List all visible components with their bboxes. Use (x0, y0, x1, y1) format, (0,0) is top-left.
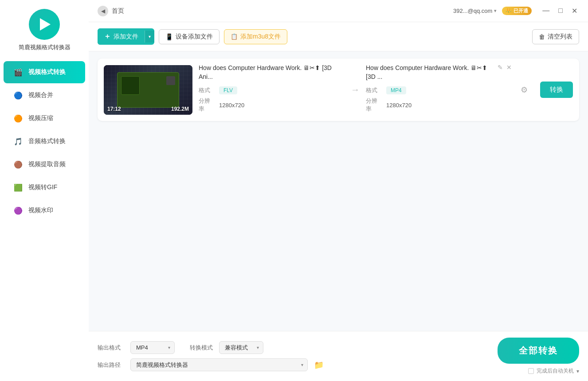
maximize-button[interactable]: □ (557, 6, 564, 16)
video-compress-icon: 🟠 (12, 113, 24, 124)
device-icon: 📱 (165, 33, 173, 40)
user-info: 392...@qq.com ▾ (453, 8, 497, 14)
sidebar-item-label-video-merge: 视频合并 (28, 91, 53, 99)
bottombar-flex: 输出格式 MP4 FLV AVI MOV MKV ▾ 转换模式 (98, 338, 579, 375)
browse-folder-button[interactable]: 📁 (314, 360, 324, 370)
user-email: 392...@qq.com (453, 8, 492, 14)
titlebar-right: 392...@qq.com ▾ 👑 已开通 — □ ✕ (453, 6, 579, 16)
vip-badge[interactable]: 👑 已开通 (502, 7, 532, 15)
res-label: 分辨率 (199, 97, 215, 113)
m3u8-add-button[interactable]: 📋 添加m3u8文件 (224, 29, 287, 44)
sidebar-item-audio-convert[interactable]: 🎵 音频格式转换 (4, 130, 85, 152)
file-target-info: How does Computer Hardware Work. 🖥✂⬆ [3D… (366, 64, 512, 116)
thumb-duration: 17:12 (107, 106, 121, 112)
source-format-badge: FLV (219, 86, 237, 94)
source-resolution: 1280x720 (219, 102, 244, 109)
dropdown-arrow-icon[interactable]: ▾ (494, 8, 497, 14)
device-add-label: 设备添加文件 (176, 33, 213, 41)
convert-mode-select-wrap: 兼容模式 极速模式 ▾ (219, 341, 263, 354)
source-res-row: 分辨率 1280x720 (199, 97, 345, 113)
sidebar-item-video-merge[interactable]: 🔵 视频合并 (4, 84, 85, 106)
sidebar-item-label-video-gif: 视频转GIF (28, 183, 57, 191)
chevron-down-icon: ▾ (149, 34, 151, 39)
target-title: How does Computer Hardware Work. 🖥✂⬆ [3D… (366, 64, 494, 81)
plus-icon: ＋ (104, 32, 111, 41)
m3u8-icon: 📋 (231, 33, 238, 40)
window-controls: — □ ✕ (541, 6, 579, 16)
clear-list-button[interactable]: 🗑 清空列表 (532, 29, 579, 44)
output-format-select-wrap: MP4 FLV AVI MOV MKV ▾ (130, 341, 175, 354)
titlebar-left: ◀ 首页 (98, 6, 124, 16)
add-file-dropdown-arrow[interactable]: ▾ (145, 31, 154, 43)
source-title: How does Computer Hardware Work. 🖥✂⬆ [3D… (199, 64, 345, 81)
play-icon (40, 18, 51, 31)
clear-icon: 🗑 (539, 33, 545, 40)
m3u8-add-label: 添加m3u8文件 (240, 33, 281, 41)
bottombar-right: 全部转换 完成后自动关机 ▾ (498, 338, 579, 375)
target-res-row: 分辨率 1280x720 (366, 97, 512, 113)
remove-file-icon[interactable]: ✕ (506, 64, 512, 71)
auto-shutdown-dropdown-icon[interactable]: ▾ (576, 368, 579, 374)
table-row: 17:12 192.2M How does Computer Hardware … (98, 58, 579, 121)
sidebar-item-label-extract-audio: 视频提取音频 (28, 160, 66, 168)
output-path-input[interactable] (130, 358, 308, 371)
close-button[interactable]: ✕ (570, 6, 579, 16)
video-convert-icon: 🎬 (12, 66, 24, 78)
device-add-button[interactable]: 📱 设备添加文件 (159, 29, 220, 44)
file-list: 17:12 192.2M How does Computer Hardware … (89, 51, 588, 331)
sidebar: 简鹿视频格式转换器 🎬 视频格式转换 🔵 视频合并 🟠 视频压缩 🎵 音频格式转… (0, 0, 89, 381)
sidebar-item-label-video-watermark: 视频水印 (28, 206, 53, 214)
thumb-size: 192.2M (171, 106, 189, 112)
add-file-main[interactable]: ＋ 添加文件 (98, 28, 145, 45)
edit-icon[interactable]: ✎ (498, 64, 503, 71)
target-res-label: 分辨率 (366, 97, 382, 113)
add-file-button[interactable]: ＋ 添加文件 ▾ (98, 28, 154, 45)
back-button[interactable]: ◀ (98, 6, 108, 16)
file-thumbnail: 17:12 192.2M (104, 65, 192, 115)
minimize-button[interactable]: — (541, 6, 551, 16)
sidebar-item-video-convert[interactable]: 🎬 视频格式转换 (4, 61, 85, 83)
target-format-label: 格式 (366, 86, 382, 94)
main-content: ◀ 首页 392...@qq.com ▾ 👑 已开通 — □ ✕ ＋ 添加文件 (89, 0, 588, 381)
convert-mode-label: 转换模式 (190, 344, 213, 352)
app-name: 简鹿视频格式转换器 (19, 43, 71, 51)
convert-mode-select[interactable]: 兼容模式 极速模式 (219, 341, 263, 354)
source-format-row: 格式 FLV (199, 86, 345, 94)
target-actions: ✎ ✕ (498, 64, 512, 71)
thumb-board-graphic (117, 72, 179, 108)
video-merge-icon: 🔵 (12, 89, 24, 101)
output-path-wrap: ▾ (130, 358, 308, 371)
output-format-select[interactable]: MP4 FLV AVI MOV MKV (130, 341, 175, 354)
settings-icon[interactable]: ⚙ (521, 85, 528, 95)
toolbar: ＋ 添加文件 ▾ 📱 设备添加文件 📋 添加m3u8文件 🗑 清空列表 (89, 22, 588, 51)
sidebar-item-extract-audio[interactable]: 🟤 视频提取音频 (4, 153, 85, 175)
convert-single-button[interactable]: 转换 (540, 82, 573, 98)
sidebar-item-video-watermark[interactable]: 🟣 视频水印 (4, 199, 85, 222)
extract-audio-icon: 🟤 (12, 159, 24, 170)
sidebar-item-video-gif[interactable]: 🟩 视频转GIF (4, 176, 85, 198)
auto-shutdown-checkbox[interactable] (528, 368, 534, 374)
output-format-label: 输出格式 (98, 344, 124, 352)
bottombar: 输出格式 MP4 FLV AVI MOV MKV ▾ 转换模式 (89, 331, 588, 381)
app-logo (29, 9, 60, 40)
clear-list-label: 清空列表 (548, 33, 572, 41)
output-path-row: 输出路径 ▾ 📁 (98, 358, 489, 371)
add-file-label: 添加文件 (114, 33, 138, 41)
vip-label: 已开通 (514, 8, 528, 14)
auto-shutdown-label: 完成后自动关机 (537, 367, 574, 375)
sidebar-menu: 🎬 视频格式转换 🔵 视频合并 🟠 视频压缩 🎵 音频格式转换 🟤 视频提取音频… (0, 60, 89, 222)
sidebar-item-video-compress[interactable]: 🟠 视频压缩 (4, 107, 85, 129)
format-label: 格式 (199, 86, 215, 94)
output-path-label: 输出路径 (98, 361, 124, 369)
target-format-row: 格式 MP4 (366, 86, 512, 94)
target-format-badge: MP4 (386, 86, 406, 94)
audio-convert-icon: 🎵 (12, 136, 24, 147)
sidebar-item-label-audio-convert: 音频格式转换 (28, 137, 66, 145)
target-header: How does Computer Hardware Work. 🖥✂⬆ [3D… (366, 64, 512, 81)
convert-all-button[interactable]: 全部转换 (498, 338, 579, 364)
target-resolution: 1280x720 (386, 102, 412, 109)
titlebar: ◀ 首页 392...@qq.com ▾ 👑 已开通 — □ ✕ (89, 0, 588, 22)
video-watermark-icon: 🟣 (12, 205, 24, 216)
arrow-separator: → (351, 85, 360, 95)
sidebar-item-label-video-convert: 视频格式转换 (28, 68, 66, 76)
